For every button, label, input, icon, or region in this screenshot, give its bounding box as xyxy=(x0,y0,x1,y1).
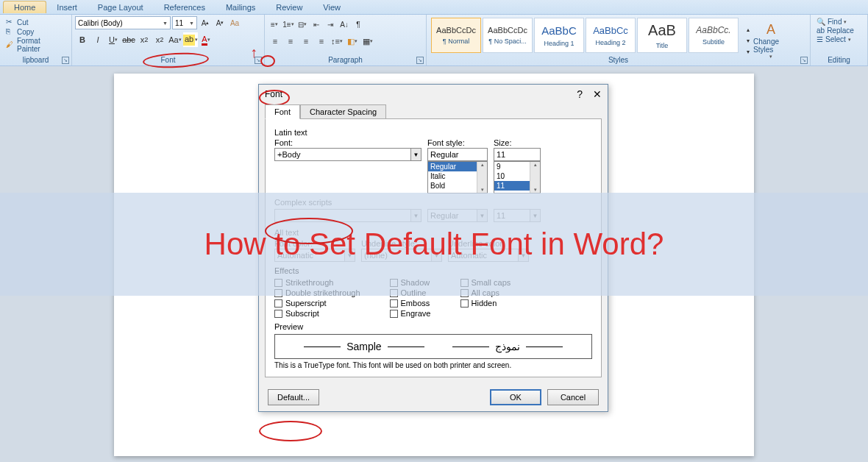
align-center-button[interactable]: ≡ xyxy=(283,34,298,49)
font-field-combo[interactable]: +Body▼ xyxy=(274,148,421,161)
preview-sample-complex: نموذج xyxy=(495,341,520,352)
style-item[interactable]: AaBbCcDc¶ No Spaci... xyxy=(483,18,533,53)
underline-button[interactable]: U▾ xyxy=(106,32,121,47)
effect-checkbox[interactable]: Hidden xyxy=(460,299,511,308)
default-button[interactable]: Default... xyxy=(268,389,319,405)
preview-label: Preview xyxy=(274,322,592,331)
tab-view[interactable]: View xyxy=(313,1,351,13)
shading-button[interactable]: ◧▾ xyxy=(345,34,360,49)
preview-note: This is a TrueType font. This font will … xyxy=(274,361,592,369)
paragraph-launcher[interactable]: ↘ xyxy=(416,57,424,64)
overlay-band: How to Set Default Font in Word? xyxy=(0,193,868,296)
copy-button[interactable]: ⎘Copy xyxy=(3,27,68,36)
ribbon-tabs: Home Insert Page Layout References Maili… xyxy=(0,0,868,15)
style-item[interactable]: AaBbCc.Subtitle xyxy=(689,18,739,53)
font-size-combo[interactable]: 11▼ xyxy=(172,16,197,29)
group-clipboard: ✂Cut ⎘Copy 🖌Format Painter lipboard ↘ xyxy=(0,15,72,65)
scissors-icon: ✂ xyxy=(6,18,15,26)
clear-formatting-button[interactable]: Aa xyxy=(228,16,241,29)
font-size-input[interactable]: 11 xyxy=(494,148,541,161)
line-spacing-button[interactable]: ↕≡▾ xyxy=(330,34,344,49)
copy-icon: ⎘ xyxy=(6,27,15,36)
effect-checkbox[interactable]: Subscript xyxy=(274,309,360,318)
replace-button[interactable]: abReplace xyxy=(814,26,857,35)
dialog-close-button[interactable]: ✕ xyxy=(593,88,602,100)
align-left-button[interactable]: ≡ xyxy=(268,34,282,49)
group-label-paragraph: Paragraph xyxy=(265,55,426,65)
effect-checkbox[interactable]: Superscript xyxy=(274,299,360,308)
paintbrush-icon: 🖌 xyxy=(6,40,15,49)
dialog-tab-character-spacing[interactable]: Character Spacing xyxy=(300,104,386,119)
font-style-input[interactable]: Regular xyxy=(427,148,488,161)
format-painter-button[interactable]: 🖌Format Painter xyxy=(3,37,68,53)
superscript-button[interactable]: x2 xyxy=(152,32,167,47)
preview-sample-latin: Sample xyxy=(346,341,381,352)
font-name-combo[interactable]: Calibri (Body)▼ xyxy=(75,16,171,29)
increase-indent-button[interactable]: ⇥ xyxy=(324,18,337,31)
style-item[interactable]: AaBbCcHeading 2 xyxy=(586,18,636,53)
effect-checkbox[interactable]: Emboss xyxy=(390,299,431,308)
font-launcher[interactable]: ↘ xyxy=(255,57,262,64)
latin-text-label: Latin text xyxy=(274,128,592,137)
group-editing: 🔍Find▾ abReplace ☰Select▾ Editing xyxy=(811,15,868,65)
shrink-font-button[interactable]: A▾ xyxy=(213,16,227,29)
change-case-button[interactable]: Aa▾ xyxy=(168,32,182,47)
dialog-tab-font[interactable]: Font xyxy=(265,104,300,119)
bold-button[interactable]: B xyxy=(75,32,90,47)
numbering-button[interactable]: 1≡▾ xyxy=(282,18,295,31)
preview-box: Sample نموذج xyxy=(274,334,592,359)
highlight-button[interactable]: ab▾ xyxy=(183,32,198,47)
tab-page-layout[interactable]: Page Layout xyxy=(88,1,154,13)
bullets-button[interactable]: ≡▾ xyxy=(268,18,281,31)
effect-checkbox[interactable]: Engrave xyxy=(390,309,431,318)
styles-launcher[interactable]: ↘ xyxy=(800,57,808,64)
group-label-font: Font xyxy=(72,55,264,65)
font-color-button[interactable]: A▾ xyxy=(199,32,213,47)
group-label-clipboard: lipboard xyxy=(0,55,71,65)
decrease-indent-button[interactable]: ⇤ xyxy=(310,18,323,31)
find-button[interactable]: 🔍Find▾ xyxy=(814,18,857,26)
group-paragraph: ≡▾ 1≡▾ ⊟▾ ⇤ ⇥ A↓ ¶ ≡ ≡ ≡ ≡ ↕≡▾ ◧▾ ▦▾ Par… xyxy=(265,15,427,65)
ok-button[interactable]: OK xyxy=(490,389,541,405)
align-right-button[interactable]: ≡ xyxy=(299,34,313,49)
font-style-label: Font style: xyxy=(427,138,488,147)
style-item[interactable]: AaBTitle xyxy=(637,18,687,53)
cut-button[interactable]: ✂Cut xyxy=(3,18,68,26)
borders-button[interactable]: ▦▾ xyxy=(360,34,375,49)
select-icon: ☰ xyxy=(817,35,823,43)
sort-button[interactable]: A↓ xyxy=(338,18,351,31)
cancel-button[interactable]: Cancel xyxy=(547,389,599,405)
group-font: Calibri (Body)▼ 11▼ A▴ A▾ Aa B I U▾ abc … xyxy=(72,15,265,65)
select-button[interactable]: ☰Select▾ xyxy=(814,35,857,43)
find-icon: 🔍 xyxy=(817,18,825,26)
tab-home[interactable]: Home xyxy=(3,1,46,13)
dialog-title: Font xyxy=(265,89,282,99)
tab-insert[interactable]: Insert xyxy=(46,1,88,13)
multilevel-button[interactable]: ⊟▾ xyxy=(296,18,309,31)
strikethrough-button[interactable]: abc xyxy=(121,32,136,47)
group-label-editing: Editing xyxy=(811,55,867,65)
overlay-headline: How to Set Default Font in Word? xyxy=(204,227,664,262)
subscript-button[interactable]: x2 xyxy=(137,32,152,47)
group-styles: AaBbCcDc¶ NormalAaBbCcDc¶ No Spaci...AaB… xyxy=(427,15,811,65)
italic-button[interactable]: I xyxy=(90,32,105,47)
tab-review[interactable]: Review xyxy=(266,1,313,13)
change-styles-icon: A xyxy=(766,22,775,38)
style-item[interactable]: AaBbCHeading 1 xyxy=(534,18,584,53)
show-marks-button[interactable]: ¶ xyxy=(352,18,365,31)
replace-icon: ab xyxy=(817,26,825,35)
dialog-titlebar: Font ? ✕ xyxy=(259,85,608,104)
font-field-label: Font: xyxy=(274,138,421,147)
dialog-help-button[interactable]: ? xyxy=(577,88,583,100)
font-size-label: Size: xyxy=(494,138,541,147)
tab-mailings[interactable]: Mailings xyxy=(216,1,266,13)
ribbon: ✂Cut ⎘Copy 🖌Format Painter lipboard ↘ Ca… xyxy=(0,15,868,66)
font-style-listbox[interactable]: Regular Italic Bold ▴▾ xyxy=(427,161,488,193)
tab-references[interactable]: References xyxy=(154,1,216,13)
style-item[interactable]: AaBbCcDc¶ Normal xyxy=(431,18,481,53)
font-size-listbox[interactable]: 9 10 11 ▴▾ xyxy=(494,161,541,193)
grow-font-button[interactable]: A▴ xyxy=(199,16,212,29)
clipboard-launcher[interactable]: ↘ xyxy=(62,57,69,64)
group-label-styles: Styles xyxy=(427,55,810,65)
justify-button[interactable]: ≡ xyxy=(314,34,329,49)
